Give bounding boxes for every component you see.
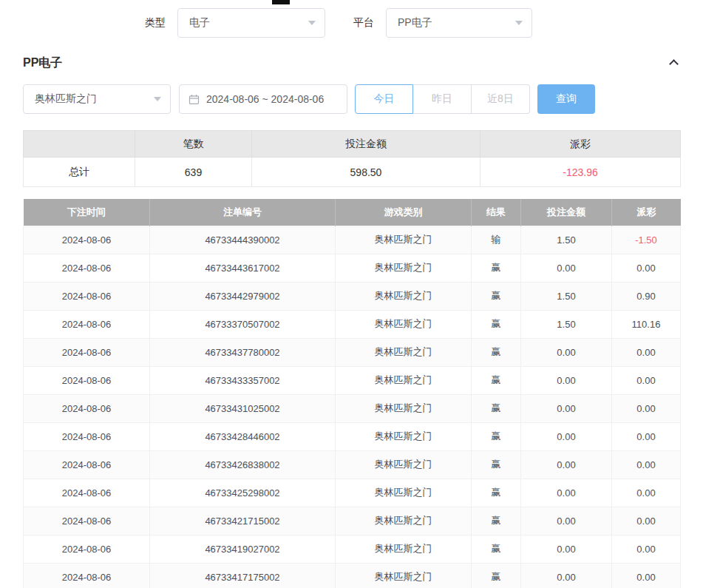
table-row: 2024-08-0646733425298002奥林匹斯之门赢0.000.00 (24, 479, 681, 507)
today-button[interactable]: 今日 (355, 84, 413, 114)
game-type-cell: 奥林匹斯之门 (336, 422, 472, 450)
query-button[interactable]: 查询 (537, 84, 595, 114)
bet-time-cell: 2024-08-06 (24, 479, 150, 507)
bet-time-cell: 2024-08-06 (24, 282, 150, 310)
game-type-cell: 奥林匹斯之门 (336, 226, 472, 254)
table-row: 2024-08-0646733421715002奥林匹斯之门赢0.000.00 (24, 507, 681, 535)
order-id-cell: 46733426838002 (150, 450, 336, 479)
payout-cell: 0.00 (612, 254, 681, 282)
bet-time-cell: 2024-08-06 (24, 450, 150, 479)
payout-cell: 0.00 (612, 479, 681, 507)
order-id-cell: 46733431025002 (150, 394, 336, 422)
bet-time-cell: 2024-08-06 (24, 226, 150, 254)
top-notch-decoration (272, 0, 290, 4)
payout-cell: -1.50 (612, 226, 681, 254)
type-label: 类型 (145, 16, 166, 30)
order-id-cell: 46733370507002 (150, 310, 336, 338)
payout-cell: 110.16 (612, 310, 681, 338)
date-range-picker[interactable]: 2024-08-06 ~ 2024-08-06 (179, 84, 347, 114)
payout-cell: 0.00 (612, 366, 681, 394)
platform-select[interactable]: PP电子 (386, 8, 532, 38)
section-header: PP电子 (0, 52, 703, 74)
order-id-cell: 46733437780002 (150, 338, 336, 366)
summary-table: 笔数 投注金额 派彩 总计 639 598.50 -123.96 (23, 130, 681, 187)
table-row: 2024-08-0646733443617002奥林匹斯之门赢0.000.00 (24, 254, 681, 282)
order-id-cell: 46733417175002 (150, 563, 336, 588)
bet-amount-cell: 0.00 (521, 422, 612, 450)
result-cell: 赢 (472, 563, 521, 588)
last-8-days-button[interactable]: 近8日 (472, 84, 530, 114)
bet-time-cell: 2024-08-06 (24, 366, 150, 394)
records-header-game-type: 游戏类别 (336, 199, 472, 226)
records-header-payout: 派彩 (612, 199, 681, 226)
filter-bar: 奥林匹斯之门 2024-08-06 ~ 2024-08-06 今日 昨日 近8日… (0, 84, 703, 114)
payout-cell: 0.90 (612, 282, 681, 310)
bet-amount-cell: 0.00 (521, 338, 612, 366)
quick-filter-group: 今日 昨日 近8日 (355, 84, 530, 114)
order-id-cell: 46733443617002 (150, 254, 336, 282)
calendar-icon (189, 94, 200, 105)
order-id-cell: 46733433357002 (150, 366, 336, 394)
result-cell: 输 (472, 226, 521, 254)
bet-time-cell: 2024-08-06 (24, 563, 150, 588)
type-select[interactable]: 电子 (177, 8, 325, 38)
table-row: 2024-08-0646733417175002奥林匹斯之门赢0.000.00 (24, 563, 681, 588)
result-cell: 赢 (472, 422, 521, 450)
order-id-cell: 46733419027002 (150, 535, 336, 563)
summary-total-row: 总计 639 598.50 -123.96 (24, 158, 681, 187)
result-cell: 赢 (472, 535, 521, 563)
records-header-result: 结果 (472, 199, 521, 226)
bet-time-cell: 2024-08-06 (24, 310, 150, 338)
bet-amount-cell: 0.00 (521, 535, 612, 563)
records-header-row: 下注时间 注单编号 游戏类别 结果 投注金额 派彩 (24, 199, 681, 226)
order-id-cell: 46733442979002 (150, 282, 336, 310)
records-table: 下注时间 注单编号 游戏类别 结果 投注金额 派彩 2024-08-064673… (23, 199, 681, 588)
bet-time-cell: 2024-08-06 (24, 422, 150, 450)
bet-amount-cell: 0.00 (521, 450, 612, 479)
top-filter-row: 类型 电子 平台 PP电子 (0, 0, 703, 46)
table-row: 2024-08-0646733428446002奥林匹斯之门赢0.000.00 (24, 422, 681, 450)
bet-amount-cell: 0.00 (521, 366, 612, 394)
summary-header-bet-amount: 投注金额 (252, 131, 480, 158)
bet-amount-cell: 1.50 (521, 282, 612, 310)
table-row: 2024-08-0646733433357002奥林匹斯之门赢0.000.00 (24, 366, 681, 394)
table-row: 2024-08-0646733426838002奥林匹斯之门赢0.000.00 (24, 450, 681, 479)
caret-down-icon (515, 21, 523, 25)
table-row: 2024-08-0646733431025002奥林匹斯之门赢0.000.00 (24, 394, 681, 422)
payout-cell: 0.00 (612, 450, 681, 479)
result-cell: 赢 (472, 479, 521, 507)
game-type-cell: 奥林匹斯之门 (336, 450, 472, 479)
summary-count: 639 (135, 158, 252, 187)
summary-total-label: 总计 (24, 158, 135, 187)
payout-cell: 0.00 (612, 422, 681, 450)
payout-cell: 0.00 (612, 507, 681, 535)
payout-cell: 0.00 (612, 394, 681, 422)
order-id-cell: 46733428446002 (150, 422, 336, 450)
chevron-up-icon (669, 59, 679, 69)
bet-time-cell: 2024-08-06 (24, 254, 150, 282)
caret-down-icon (154, 97, 161, 101)
game-select[interactable]: 奥林匹斯之门 (23, 84, 171, 114)
table-row: 2024-08-0646733370507002奥林匹斯之门赢1.50110.1… (24, 310, 681, 338)
table-row: 2024-08-0646733419027002奥林匹斯之门赢0.000.00 (24, 535, 681, 563)
result-cell: 赢 (472, 507, 521, 535)
bet-amount-cell: 0.00 (521, 563, 612, 588)
section-title: PP电子 (23, 55, 62, 71)
game-type-cell: 奥林匹斯之门 (336, 479, 472, 507)
game-type-cell: 奥林匹斯之门 (336, 338, 472, 366)
bet-amount-cell: 0.00 (521, 479, 612, 507)
yesterday-button[interactable]: 昨日 (413, 84, 472, 114)
bet-amount-cell: 0.00 (521, 254, 612, 282)
bet-time-cell: 2024-08-06 (24, 535, 150, 563)
bet-amount-cell: 1.50 (521, 310, 612, 338)
caret-down-icon (308, 21, 316, 25)
bet-time-cell: 2024-08-06 (24, 394, 150, 422)
summary-header-payout: 派彩 (480, 131, 681, 158)
result-cell: 赢 (472, 450, 521, 479)
game-type-cell: 奥林匹斯之门 (336, 507, 472, 535)
game-type-cell: 奥林匹斯之门 (336, 563, 472, 588)
game-type-cell: 奥林匹斯之门 (336, 366, 472, 394)
bet-amount-cell: 0.00 (521, 507, 612, 535)
collapse-button[interactable] (668, 55, 680, 70)
result-cell: 赢 (472, 394, 521, 422)
